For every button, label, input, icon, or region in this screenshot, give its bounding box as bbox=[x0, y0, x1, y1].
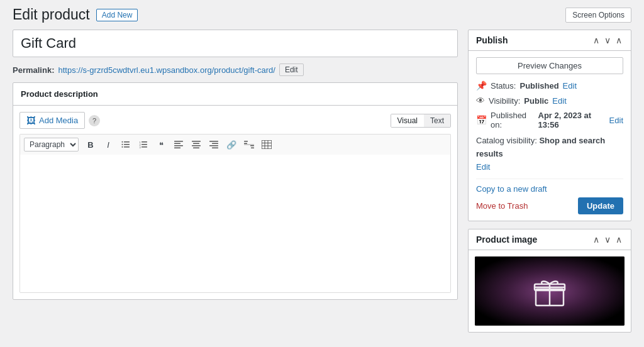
publish-panel-header: Publish ∧ ∨ ∧ bbox=[469, 30, 631, 51]
product-image-panel-header: Product image ∧ ∨ ∧ bbox=[469, 229, 631, 250]
published-on-value: Apr 2, 2023 at 13:56 bbox=[538, 111, 606, 129]
svg-rect-2 bbox=[124, 146, 130, 148]
published-on-edit-link[interactable]: Edit bbox=[609, 116, 623, 125]
sidebar: Publish ∧ ∨ ∧ Preview Changes 📌 Status: … bbox=[468, 30, 631, 334]
panel-collapse-down-button[interactable]: ∨ bbox=[603, 35, 612, 45]
product-image-collapse-down-button[interactable]: ∨ bbox=[603, 234, 612, 245]
product-image-panel-body bbox=[469, 250, 631, 332]
italic-button[interactable]: I bbox=[100, 137, 116, 152]
product-image-panel: Product image ∧ ∨ ∧ bbox=[468, 229, 631, 333]
product-image-toggle-button[interactable]: ∧ bbox=[614, 234, 623, 245]
ordered-list-button[interactable]: 123 bbox=[135, 137, 152, 152]
align-left-button[interactable] bbox=[170, 137, 187, 152]
visual-tab[interactable]: Visual bbox=[391, 114, 424, 127]
help-icon[interactable]: ? bbox=[89, 115, 100, 126]
svg-rect-19 bbox=[193, 148, 199, 149]
svg-rect-8 bbox=[142, 146, 147, 148]
svg-rect-23 bbox=[212, 148, 218, 149]
paragraph-select[interactable]: Paragraph bbox=[24, 138, 79, 151]
product-description-title: Product description bbox=[13, 83, 457, 106]
svg-point-4 bbox=[122, 144, 123, 145]
editor-toolbar-row: 🖼 Add Media ? Visual Text bbox=[19, 112, 451, 129]
title-box bbox=[13, 30, 458, 57]
blockquote-button[interactable]: ❝ bbox=[153, 137, 169, 152]
preview-changes-button[interactable]: Preview Changes bbox=[476, 57, 623, 74]
svg-point-5 bbox=[122, 146, 123, 148]
link-button[interactable]: 🔗 bbox=[223, 137, 240, 152]
svg-rect-6 bbox=[142, 141, 147, 143]
add-media-label: Add Media bbox=[39, 116, 78, 125]
visibility-edit-link[interactable]: Edit bbox=[552, 96, 566, 106]
more-break-button[interactable] bbox=[241, 137, 257, 152]
svg-rect-27 bbox=[250, 145, 254, 146]
svg-rect-15 bbox=[174, 148, 180, 149]
move-to-trash-link[interactable]: Move to Trash bbox=[476, 201, 528, 211]
align-right-button[interactable] bbox=[206, 137, 222, 152]
svg-rect-7 bbox=[142, 144, 147, 145]
svg-rect-26 bbox=[244, 143, 247, 145]
svg-rect-21 bbox=[212, 143, 218, 145]
status-row: 📌 Status: Published Edit bbox=[476, 80, 623, 91]
product-description-panel: Product description 🖼 Add Media ? Visual… bbox=[13, 82, 458, 300]
add-media-icon: 🖼 bbox=[26, 115, 36, 126]
panel-toggle-button[interactable]: ∧ bbox=[614, 35, 623, 45]
panel-collapse-up-button[interactable]: ∧ bbox=[592, 35, 601, 45]
publish-panel-title: Publish bbox=[476, 35, 508, 45]
product-title-input[interactable] bbox=[21, 35, 450, 52]
status-value: Published bbox=[519, 81, 558, 91]
svg-rect-14 bbox=[174, 145, 183, 146]
add-new-button[interactable]: Add New bbox=[96, 9, 138, 21]
calendar-icon: 📅 bbox=[476, 115, 487, 125]
svg-rect-1 bbox=[124, 144, 130, 145]
svg-rect-22 bbox=[209, 145, 218, 146]
published-on-row: 📅 Published on: Apr 2, 2023 at 13:56 Edi… bbox=[476, 111, 623, 129]
update-button[interactable]: Update bbox=[578, 197, 623, 214]
catalog-label: Catalog visibility: bbox=[476, 136, 537, 145]
product-image-collapse-up-button[interactable]: ∧ bbox=[592, 234, 601, 245]
permalink-link[interactable]: https://s-grzrd5cwdtvrl.eu1.wpsandbox.or… bbox=[58, 65, 275, 75]
status-icon: 📌 bbox=[476, 80, 487, 91]
screen-options-button[interactable]: Screen Options bbox=[565, 8, 631, 23]
catalog-edit-link[interactable]: Edit bbox=[476, 162, 490, 172]
add-media-button[interactable]: 🖼 Add Media bbox=[19, 112, 85, 129]
svg-point-3 bbox=[122, 141, 123, 143]
svg-rect-28 bbox=[251, 148, 254, 149]
permalink-edit-button[interactable]: Edit bbox=[279, 63, 304, 76]
publish-actions: Move to Trash Update bbox=[476, 197, 623, 214]
published-on-label: Published on: bbox=[491, 111, 535, 129]
align-center-button[interactable] bbox=[188, 137, 204, 152]
publish-panel: Publish ∧ ∨ ∧ Preview Changes 📌 Status: … bbox=[468, 30, 631, 221]
text-tab[interactable]: Text bbox=[424, 114, 450, 127]
svg-rect-13 bbox=[174, 143, 180, 145]
gift-icon bbox=[531, 272, 569, 311]
catalog-visibility-row: Catalog visibility: Shop and search resu… bbox=[476, 135, 623, 174]
visibility-icon: 👁 bbox=[476, 96, 485, 106]
bold-button[interactable]: B bbox=[82, 137, 99, 152]
divider bbox=[476, 179, 623, 179]
editor-tabs: Visual Text bbox=[391, 114, 451, 128]
svg-rect-20 bbox=[209, 141, 218, 142]
status-label: Status: bbox=[491, 81, 516, 91]
status-edit-link[interactable]: Edit bbox=[563, 81, 577, 91]
permalink-label: Permalink: bbox=[13, 65, 54, 75]
table-button[interactable] bbox=[258, 137, 275, 152]
visibility-label: Visibility: bbox=[489, 96, 520, 106]
svg-rect-29 bbox=[262, 140, 272, 149]
svg-rect-18 bbox=[192, 145, 201, 146]
editor-area[interactable] bbox=[19, 155, 451, 293]
publish-panel-body: Preview Changes 📌 Status: Published Edit… bbox=[469, 51, 631, 221]
svg-rect-0 bbox=[124, 141, 130, 143]
visibility-row: 👁 Visibility: Public Edit bbox=[476, 96, 623, 106]
permalink-row: Permalink: https://s-grzrd5cwdtvrl.eu1.w… bbox=[13, 63, 458, 76]
page-title: Edit product bbox=[13, 6, 90, 23]
product-image-preview[interactable] bbox=[475, 256, 625, 326]
product-image-panel-title: Product image bbox=[476, 234, 537, 245]
svg-rect-17 bbox=[193, 143, 199, 145]
svg-rect-12 bbox=[174, 141, 183, 142]
svg-text:3: 3 bbox=[140, 146, 142, 149]
unordered-list-button[interactable] bbox=[118, 137, 134, 152]
product-image-panel-controls: ∧ ∨ ∧ bbox=[592, 234, 623, 245]
svg-rect-16 bbox=[192, 141, 201, 142]
copy-to-new-draft-link[interactable]: Copy to a new draft bbox=[476, 184, 623, 194]
svg-rect-25 bbox=[244, 141, 248, 142]
